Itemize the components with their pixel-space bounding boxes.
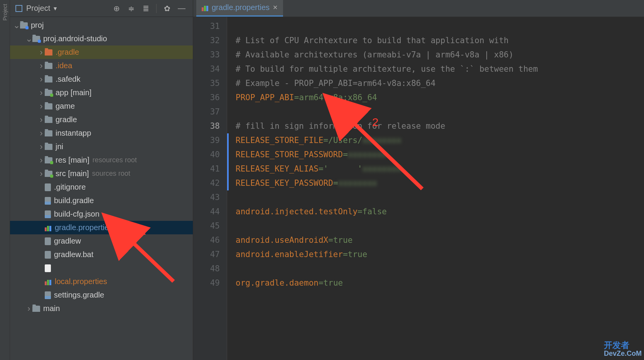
chevron-right-icon[interactable]: ›: [38, 101, 45, 111]
code-line[interactable]: RELEASE_STORE_FILE=/Users/xxxxxxxx: [236, 133, 644, 148]
line-number: 39: [193, 133, 220, 148]
chevron-right-icon[interactable]: ›: [38, 169, 45, 179]
line-number: 35: [193, 76, 220, 91]
tree-item-label: gradle: [56, 115, 77, 124]
tree-item-suffix: resources root: [93, 156, 137, 164]
tree-item-label: local.properties: [55, 277, 107, 286]
code-line[interactable]: android.enableJetifier=true: [236, 247, 644, 262]
module-folder-icon: [32, 36, 40, 42]
tree-item-gradlew-bat[interactable]: gradlew.bat: [10, 248, 193, 261]
tree-item-proj-android-studio[interactable]: ⌄proj.android-studio: [10, 32, 193, 45]
line-number: 32: [193, 34, 220, 48]
properties-file-icon: [202, 4, 209, 11]
line-number: 41: [193, 162, 220, 176]
tree-item--[interactable]: [10, 261, 193, 275]
tree-item-label: main: [43, 304, 60, 313]
code-line[interactable]: [236, 105, 644, 119]
tree-item-jni[interactable]: ›jni: [10, 140, 193, 153]
code-line[interactable]: # Example - PROP_APP_ABI=arm64-v8a:x86_6…: [236, 76, 644, 91]
code-line[interactable]: # To build for multiple architexture, us…: [236, 62, 644, 76]
tree-item-proj[interactable]: ⌄proj: [10, 19, 193, 32]
tree-item-label: gradle.properties: [55, 223, 113, 232]
tree-item-build-gradle[interactable]: build.gradle: [10, 194, 193, 207]
code-content[interactable]: # List of CPU Archtexture to build that …: [227, 17, 644, 360]
minimize-icon[interactable]: —: [177, 3, 187, 13]
tree-item-game[interactable]: ›game: [10, 99, 193, 113]
annotation-label-1: 1: [140, 224, 146, 237]
file-icon: [45, 183, 51, 191]
code-line[interactable]: [236, 190, 644, 205]
code-line[interactable]: org.gradle.daemon=true: [236, 276, 644, 290]
project-tree[interactable]: ⌄proj⌄proj.android-studio›.gradle›.idea›…: [10, 17, 193, 360]
tree-item-app-main-[interactable]: ›app [main]: [10, 86, 193, 99]
code-line[interactable]: android.injected.testOnly=false: [236, 205, 644, 219]
code-line[interactable]: RELEASE_KEY_PASSWORD=xxxxxxxx: [236, 176, 644, 190]
target-icon[interactable]: ⊕: [111, 3, 121, 13]
folder-icon: [45, 76, 52, 82]
code-line[interactable]: android.useAndroidX=true: [236, 233, 644, 247]
tree-item-label: src [main]: [56, 169, 89, 178]
project-panel-title[interactable]: Project: [26, 4, 50, 13]
scroll-icon[interactable]: ≣: [141, 3, 151, 13]
tree-item--safedk[interactable]: ›.safedk: [10, 72, 193, 86]
line-number: 36: [193, 91, 220, 105]
expand-icon[interactable]: ≑: [126, 3, 136, 13]
folder-icon: [45, 130, 52, 136]
line-number: 47: [193, 247, 220, 262]
tab-gradle-properties[interactable]: gradle.properties ✕: [196, 0, 283, 17]
project-view-icon: [15, 5, 22, 12]
chevron-down-icon[interactable]: ▼: [52, 5, 58, 12]
properties-file-icon: [45, 224, 52, 231]
folder-icon: [32, 306, 40, 312]
gear-icon[interactable]: ✿: [162, 3, 172, 13]
json-file-icon: [45, 210, 51, 218]
chevron-down-icon[interactable]: ⌄: [13, 20, 20, 30]
tree-item-label: build.gradle: [54, 196, 94, 205]
tree-item--gitignore[interactable]: .gitignore: [10, 180, 193, 194]
code-line[interactable]: [236, 262, 644, 276]
line-number: 45: [193, 219, 220, 233]
chevron-right-icon[interactable]: ›: [38, 61, 45, 71]
vtab-project[interactable]: Project: [2, 4, 8, 21]
tree-item-label: build-cfg.json: [54, 210, 99, 219]
tree-item-label: game: [56, 102, 75, 111]
code-line[interactable]: # List of CPU Archtexture to build that …: [236, 34, 644, 48]
code-line[interactable]: RELEASE_STORE_PASSWORD=xxxxxxxx: [236, 148, 644, 162]
tree-item--idea[interactable]: ›.idea: [10, 59, 193, 72]
line-number: 49: [193, 276, 220, 290]
chevron-right-icon[interactable]: ›: [38, 128, 45, 138]
code-editor[interactable]: 31323334353637383940414243444546474849 #…: [193, 17, 644, 360]
tree-item-settings-gradle[interactable]: settings.gradle: [10, 288, 193, 302]
chevron-right-icon[interactable]: ›: [38, 142, 45, 152]
chevron-right-icon[interactable]: ›: [38, 88, 45, 98]
source-folder-icon: [45, 90, 52, 96]
chevron-right-icon[interactable]: ›: [25, 304, 32, 314]
tree-item-gradlew[interactable]: gradlew: [10, 234, 193, 248]
tree-item-gradle-properties[interactable]: gradle.properties: [10, 221, 193, 234]
code-line[interactable]: [236, 19, 644, 34]
tree-item-label: gradlew.bat: [54, 250, 93, 259]
folder-icon: [45, 103, 52, 109]
chevron-right-icon[interactable]: ›: [38, 74, 45, 84]
tree-item-local-properties[interactable]: local.properties: [10, 275, 193, 288]
code-line[interactable]: RELEASE_KEY_ALIAS=' 'xxxxxxxx: [236, 162, 644, 176]
close-icon[interactable]: ✕: [273, 4, 278, 11]
tree-item--gradle[interactable]: ›.gradle: [10, 45, 193, 59]
code-line[interactable]: PROP_APP_ABI=arm64-v8a:x86_64: [236, 91, 644, 105]
tree-item-label: .idea: [56, 61, 72, 70]
chevron-right-icon[interactable]: ›: [38, 115, 45, 125]
tree-item-res-main-[interactable]: ›res [main]resources root: [10, 153, 193, 167]
code-line[interactable]: # fill in sign information for release m…: [236, 119, 644, 133]
chevron-down-icon[interactable]: ⌄: [25, 34, 32, 44]
code-line[interactable]: [236, 219, 644, 233]
chevron-right-icon[interactable]: ›: [38, 155, 45, 165]
tree-item-src-main-[interactable]: ›src [main]sources root: [10, 167, 193, 180]
editor-tabs: gradle.properties ✕: [193, 0, 644, 17]
tree-item-build-cfg-json[interactable]: build-cfg.json: [10, 207, 193, 221]
tree-item-instantapp[interactable]: ›instantapp: [10, 126, 193, 140]
code-line[interactable]: # Available architextures (armeabi-v7a |…: [236, 48, 644, 62]
tree-item-main[interactable]: ›main: [10, 302, 193, 315]
tree-item-gradle[interactable]: ›gradle: [10, 113, 193, 126]
folder-icon: [45, 49, 52, 56]
chevron-right-icon[interactable]: ›: [38, 47, 45, 57]
